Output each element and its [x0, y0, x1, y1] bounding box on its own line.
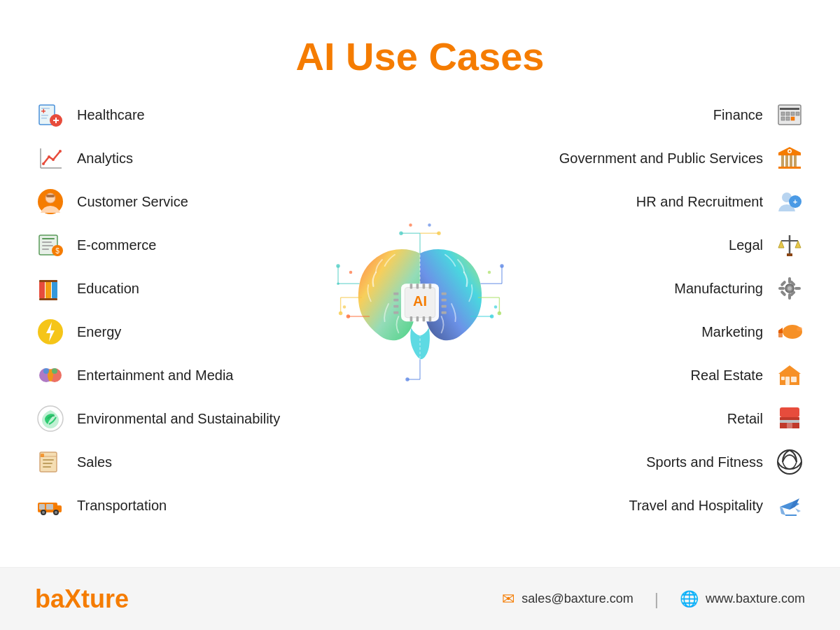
svg-rect-18 [46, 195, 55, 197]
svg-rect-6 [41, 108, 50, 109]
svg-point-82 [494, 305, 498, 309]
svg-point-138 [783, 325, 802, 339]
customer-service-label: Customer Service [77, 194, 188, 210]
list-item: Transportation [35, 487, 287, 524]
svg-rect-96 [393, 299, 398, 302]
divider: | [654, 589, 659, 609]
list-item: Sports and Fitness [646, 444, 805, 480]
manufacturing-icon [774, 273, 805, 304]
svg-rect-28 [52, 281, 57, 298]
svg-rect-107 [786, 112, 790, 115]
list-item: Travel and Hospitality [629, 487, 805, 524]
svg-rect-111 [791, 117, 794, 120]
svg-point-12 [48, 155, 50, 158]
svg-point-68 [498, 312, 501, 315]
svg-point-65 [500, 264, 503, 267]
list-item: Environmental and Sustainability [35, 400, 287, 437]
svg-rect-135 [780, 290, 786, 296]
svg-point-62 [346, 314, 350, 318]
analytics-icon [35, 143, 66, 174]
svg-rect-110 [786, 117, 790, 120]
svg-point-129 [788, 286, 792, 290]
svg-text:+: + [793, 197, 797, 206]
government-icon [774, 143, 805, 174]
list-item: Healthcare [35, 97, 287, 133]
page-title-area: AI Use Cases [0, 0, 840, 93]
svg-rect-118 [794, 155, 797, 167]
list-item: $ E-commerce [35, 227, 287, 263]
list-item: Finance [713, 97, 805, 133]
realestate-icon [774, 360, 805, 391]
sales-label: Sales [77, 454, 112, 470]
svg-rect-100 [442, 299, 447, 302]
svg-rect-30 [39, 298, 57, 300]
svg-rect-95 [393, 293, 398, 295]
svg-point-84 [428, 223, 431, 227]
svg-rect-92 [416, 316, 419, 321]
email-contact: ✉ sales@baxture.com [502, 590, 633, 608]
customer-service-icon [35, 186, 66, 217]
sports-icon [774, 447, 805, 477]
center-area: AI [294, 93, 546, 527]
hr-label: HR and Recruitment [636, 194, 763, 210]
svg-rect-22 [42, 245, 53, 246]
svg-rect-127 [787, 253, 792, 256]
svg-rect-133 [794, 287, 801, 290]
svg-text:$: $ [55, 247, 59, 255]
list-item: Government and Public Services [559, 140, 805, 176]
svg-rect-134 [780, 280, 786, 286]
svg-rect-41 [43, 459, 54, 461]
svg-rect-7 [41, 115, 48, 116]
svg-rect-88 [416, 284, 419, 288]
list-item: Real Estate [691, 357, 805, 393]
svg-point-80 [343, 305, 346, 309]
education-icon [35, 273, 66, 304]
svg-rect-94 [429, 316, 432, 321]
page-title: AI Use Cases [0, 34, 840, 79]
svg-point-36 [43, 368, 49, 374]
svg-rect-44 [41, 454, 44, 457]
list-item: Entertainment and Media [35, 357, 287, 393]
svg-point-75 [437, 232, 440, 235]
svg-rect-114 [778, 154, 801, 155]
svg-point-60 [339, 312, 342, 315]
svg-point-52 [55, 511, 57, 514]
sales-icon [35, 447, 66, 477]
svg-rect-148 [780, 420, 799, 423]
ecommerce-icon: $ [35, 230, 66, 260]
energy-label: Energy [77, 324, 121, 340]
entertainment-label: Entertainment and Media [77, 368, 233, 384]
svg-rect-20 [42, 238, 55, 239]
svg-point-121 [789, 150, 791, 153]
finance-icon [774, 99, 805, 130]
marketing-label: Marketing [701, 324, 763, 340]
svg-point-150 [778, 450, 802, 474]
svg-rect-101 [442, 305, 447, 308]
list-item: Legal [729, 227, 805, 263]
legal-icon [774, 230, 805, 260]
svg-rect-145 [781, 377, 785, 380]
svg-rect-98 [393, 312, 398, 314]
svg-point-70 [490, 314, 493, 318]
environmental-label: Environmental and Sustainability [77, 411, 280, 427]
svg-point-141 [797, 327, 802, 331]
svg-rect-42 [43, 463, 52, 464]
svg-point-81 [488, 271, 491, 274]
list-item: Customer Service [35, 183, 287, 220]
hr-icon: + [774, 186, 805, 217]
svg-rect-132 [778, 287, 785, 290]
svg-point-50 [42, 511, 45, 514]
svg-rect-5 [55, 118, 57, 123]
svg-rect-108 [791, 112, 794, 115]
transportation-label: Transportation [77, 498, 167, 514]
right-column: Finance Government and Public Services [546, 93, 812, 527]
svg-point-57 [337, 282, 340, 285]
education-label: Education [77, 281, 139, 297]
website-contact: 🌐 www.baxture.com [680, 590, 805, 608]
contact-info: ✉ sales@baxture.com | 🌐 www.baxture.com [502, 589, 805, 609]
svg-rect-143 [785, 377, 790, 385]
svg-rect-29 [39, 280, 57, 282]
marketing-icon [774, 316, 805, 347]
svg-point-78 [405, 377, 409, 381]
svg-rect-116 [785, 155, 788, 167]
